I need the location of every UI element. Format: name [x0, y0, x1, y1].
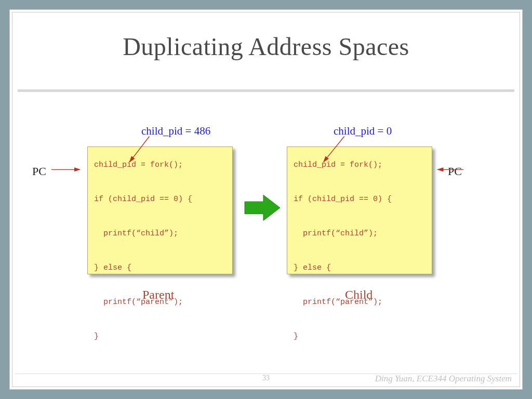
child-pid-label: child_pid = 0 [334, 125, 392, 138]
child-caption: Child [345, 288, 373, 302]
outer-frame: Duplicating Address Spaces child_pid = 4… [9, 9, 523, 390]
parent-pid-label: child_pid = 486 [141, 125, 210, 138]
parent-code-box: child_pid = fork(); if (child_pid == 0) … [87, 147, 233, 274]
fork-arrow-icon [245, 195, 280, 220]
divider [18, 89, 514, 92]
svg-marker-0 [245, 195, 280, 220]
footer-credit: Ding Yuan, ECE344 Operating System [375, 374, 512, 384]
pc-label-right: PC [448, 165, 462, 178]
footer: 33 Ding Yuan, ECE344 Operating System [15, 374, 517, 384]
child-code-box: child_pid = fork(); if (child_pid == 0) … [287, 147, 432, 274]
inner-frame: Duplicating Address Spaces child_pid = 4… [12, 12, 520, 387]
parent-caption: Parent [142, 288, 174, 302]
pc-label-left: PC [32, 165, 46, 178]
content-area: child_pid = 486 child_pid = 0 PC PC chil… [12, 96, 520, 371]
slide-title: Duplicating Address Spaces [12, 32, 520, 61]
